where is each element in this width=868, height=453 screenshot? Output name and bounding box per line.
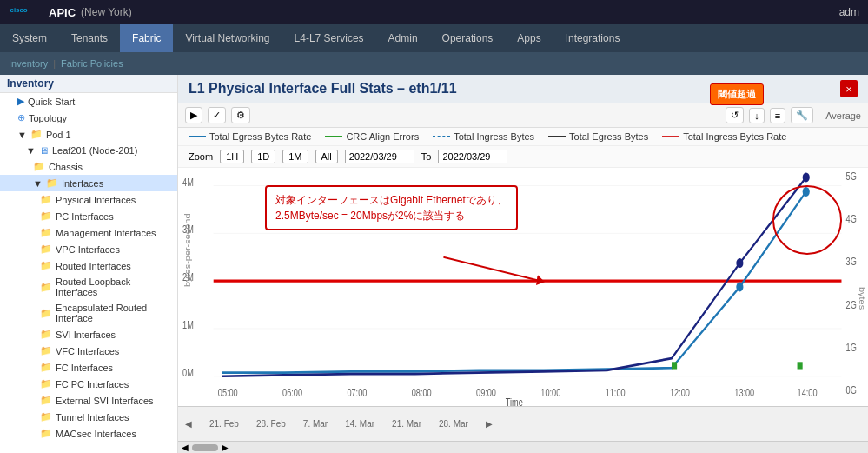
- timeline-label-mar21: 21. Mar: [392, 419, 421, 429]
- svg-text:07:00: 07:00: [347, 387, 367, 399]
- zoom-all[interactable]: All: [315, 150, 338, 163]
- svg-text:5G: 5G: [846, 170, 857, 182]
- toolbar: ▶ ✓ ⚙ ↺ ↓ ≡ 🔧 Average: [178, 103, 868, 128]
- scrollbar-thumb[interactable]: [192, 444, 218, 451]
- check-button[interactable]: ✓: [208, 107, 226, 123]
- nav-operations[interactable]: Operations: [430, 24, 506, 52]
- top-bar: cisco APIC (New York) adm: [0, 0, 868, 24]
- zoom-1h[interactable]: 1H: [220, 150, 244, 163]
- sidebar-item-fc[interactable]: 📁 FC Interfaces: [0, 359, 177, 376]
- nav-integrations[interactable]: Integrations: [553, 24, 633, 52]
- location: (New York): [81, 6, 132, 18]
- nav-admin[interactable]: Admin: [376, 24, 430, 52]
- scroll-left-btn[interactable]: ◀: [182, 443, 189, 452]
- sidebar-item-quick-start[interactable]: ▶ Quick Start: [0, 93, 177, 110]
- legend-label-egress-rate: Total Egress Bytes Rate: [209, 131, 311, 142]
- svg-text:14:00: 14:00: [798, 387, 818, 399]
- sidebar-item-external-svi[interactable]: 📁 External SVI Interfaces: [0, 392, 177, 409]
- nav-system[interactable]: System: [0, 24, 59, 52]
- encap-folder-icon: 📁: [40, 308, 52, 319]
- loopback-folder-icon: 📁: [40, 282, 52, 293]
- topology-label: Topology: [29, 113, 67, 123]
- chart-legend: Total Egress Bytes Rate CRC Align Errors…: [178, 128, 868, 146]
- horizontal-scrollbar[interactable]: ◀ ▶: [178, 441, 868, 453]
- sidebar-item-macsec[interactable]: 📁 MACsec Interfaces: [0, 425, 177, 442]
- legend-line-egress-bytes: [548, 136, 566, 137]
- svg-text:4M: 4M: [182, 176, 194, 188]
- interfaces-label: Interfaces: [62, 178, 103, 189]
- sidebar-item-interfaces[interactable]: ▼ 📁 Interfaces: [0, 175, 177, 191]
- legend-total-ingress-bytes: Total Ingress Bytes: [433, 131, 534, 142]
- svg-text:09:00: 09:00: [476, 387, 496, 399]
- sidebar-item-pod1[interactable]: ▼ 📁 Pod 1: [0, 126, 177, 143]
- svg-text:cisco: cisco: [10, 6, 28, 14]
- timeline-label-mar28: 28. Mar: [439, 419, 468, 429]
- timeline-scroll-right[interactable]: ▶: [486, 419, 493, 429]
- timeline-label-mar14: 14. Mar: [345, 419, 374, 429]
- refresh-button[interactable]: ↺: [726, 107, 744, 123]
- panel-header: L1 Physical Interface Full Stats – eth1/…: [178, 75, 868, 103]
- sidebar-item-chassis[interactable]: 📁 Chassis: [0, 158, 177, 175]
- timeline-scroll-left[interactable]: ◀: [185, 419, 192, 429]
- svg-text:06:00: 06:00: [282, 387, 302, 399]
- download-button[interactable]: ↓: [749, 108, 765, 123]
- settings-button[interactable]: ⚙: [231, 107, 250, 123]
- sidebar-item-vpc-interfaces[interactable]: 📁 VPC Interfaces: [0, 241, 177, 257]
- scroll-right-btn[interactable]: ▶: [222, 443, 229, 452]
- close-button[interactable]: ×: [840, 80, 858, 97]
- svg-text:0M: 0M: [182, 366, 194, 378]
- zoom-1m[interactable]: 1M: [282, 150, 308, 163]
- sidebar-inventory-header[interactable]: Inventory: [0, 75, 177, 93]
- annotation-bubble: 対象インターフェースはGigabit Ethernetであり、2.5MByte/…: [265, 185, 518, 230]
- nav-l4-l7[interactable]: L4-L7 Services: [282, 24, 376, 52]
- sidebar-item-routed-interfaces[interactable]: 📁 Routed Interfaces: [0, 257, 177, 274]
- fc-label: FC Interfaces: [56, 363, 113, 373]
- sidebar-item-leaf201[interactable]: ▼ 🖥 Leaf201 (Node-201): [0, 143, 177, 158]
- list-button[interactable]: ≡: [770, 108, 785, 123]
- sidebar-item-vfc[interactable]: 📁 VFC Interfaces: [0, 343, 177, 359]
- sidebar-item-encap-routed[interactable]: 📁 Encapsulated Routed Interface: [0, 300, 177, 326]
- sidebar-item-routed-loopback[interactable]: 📁 Routed Loopback Interfaces: [0, 274, 177, 300]
- subnav-separator: |: [53, 58, 56, 69]
- legend-label-ingress-rate: Total Ingress Bytes Rate: [683, 131, 786, 142]
- to-date-input[interactable]: [438, 150, 507, 163]
- sidebar-item-fc-pc[interactable]: 📁 FC PC Interfaces: [0, 376, 177, 392]
- sidebar-item-tunnel[interactable]: 📁 Tunnel Interfaces: [0, 409, 177, 425]
- pc-interfaces-label: PC Interfaces: [56, 211, 114, 222]
- leaf-icon: 🖥: [39, 145, 49, 156]
- svg-text:13:00: 13:00: [734, 387, 754, 399]
- sidebar-item-management-interfaces[interactable]: 📁 Management Interfaces: [0, 224, 177, 241]
- wrench-button[interactable]: 🔧: [791, 107, 813, 123]
- legend-total-ingress-rate: Total Ingress Bytes Rate: [662, 131, 786, 142]
- zoom-bar: Zoom 1H 1D 1M All To 閾値超過: [178, 146, 868, 168]
- timeline-bar: ◀ 21. Feb 28. Feb 7. Mar 14. Mar 21. Mar…: [178, 406, 868, 441]
- play-button[interactable]: ▶: [185, 107, 202, 123]
- chassis-label: Chassis: [49, 162, 83, 172]
- svg-text:10:00: 10:00: [540, 387, 560, 399]
- sidebar-item-physical-interfaces[interactable]: 📁 Physical Interfaces: [0, 191, 177, 208]
- svg-text:4G: 4G: [846, 213, 857, 225]
- nav-tenants[interactable]: Tenants: [59, 24, 120, 52]
- pod-icon: 📁: [30, 129, 43, 140]
- sidebar-item-topology[interactable]: ⊕ Topology: [0, 110, 177, 126]
- zoom-1d[interactable]: 1D: [251, 150, 275, 163]
- svg-text:11:00: 11:00: [606, 387, 626, 399]
- nav-virtual-networking[interactable]: Virtual Networking: [173, 24, 282, 52]
- legend-label-egress-bytes: Total Egress Bytes: [569, 131, 648, 142]
- sidebar: Inventory ▶ Quick Start ⊕ Topology ▼ 📁 P…: [0, 75, 178, 453]
- threshold-badge: 閾値超過: [710, 83, 764, 105]
- svg-text:1G: 1G: [846, 342, 857, 354]
- globe-icon: ⊕: [17, 112, 25, 123]
- sidebar-item-pc-interfaces[interactable]: 📁 PC Interfaces: [0, 208, 177, 224]
- subnav-inventory[interactable]: Inventory: [9, 58, 48, 69]
- macsec-label: MACsec Interfaces: [56, 429, 136, 439]
- nav-fabric[interactable]: Fabric: [120, 24, 173, 52]
- mgmt-folder-icon: 📁: [40, 227, 52, 238]
- nav-apps[interactable]: Apps: [505, 24, 553, 52]
- from-date-input[interactable]: [345, 150, 414, 163]
- svg-rect-37: [798, 362, 803, 369]
- subnav-fabric-policies[interactable]: Fabric Policies: [61, 58, 123, 69]
- sidebar-item-svi[interactable]: 📁 SVI Interfaces: [0, 326, 177, 343]
- annotation-text: 対象インターフェースはGigabit Ethernetであり、2.5MByte/…: [275, 194, 507, 222]
- tunnel-folder-icon: 📁: [40, 411, 52, 423]
